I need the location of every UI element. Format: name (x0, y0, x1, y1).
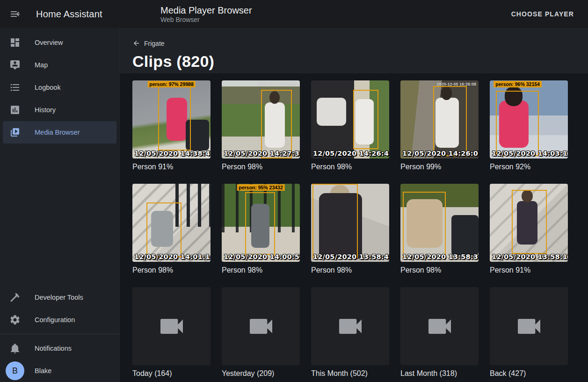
clip-caption: Person 98% (222, 266, 300, 274)
folder-label: Back (427) (490, 369, 568, 378)
bell-icon (9, 343, 21, 354)
sidebar-item-configuration[interactable]: Configuration (3, 309, 116, 331)
clip-caption: Person 98% (311, 162, 389, 171)
detection-bounding-box (261, 90, 292, 159)
sidebar-item-developer-tools[interactable]: Developer Tools (3, 286, 116, 309)
clip-card[interactable]: 12/05/2020 13:58:30 Person 98% (400, 184, 479, 274)
hammer-icon (9, 292, 21, 303)
video-camera-icon (335, 311, 365, 341)
detection-bounding-box (158, 83, 191, 151)
video-camera-icon (157, 311, 187, 341)
clip-card[interactable]: person: 95% 23432 12/05/2020 14:00:52 Pe… (222, 184, 300, 274)
media-browser-icon (9, 127, 21, 138)
sidebar-item-label: Notifications (35, 345, 72, 352)
user-name: Blake (35, 367, 51, 375)
page-header-titleblock: Media Player Browser Web Browser (160, 5, 252, 24)
sidebar-item-label: Media Browser (35, 129, 80, 136)
scene-shape (451, 215, 479, 256)
clip-thumbnail: 12/05/2020 13:58:30 (400, 184, 479, 262)
video-camera-icon (514, 311, 544, 341)
clip-thumbnail: 2020-12-05 16:27:35 12/05/2020 14:27:35 (222, 80, 300, 159)
camera-timestamp: 2020-12-05 16:27:35 (258, 82, 298, 86)
detection-label: person: 97% 29988 (147, 81, 196, 87)
detection-bounding-box (512, 190, 547, 254)
clip-caption: Person 92% (490, 162, 568, 171)
clip-card[interactable]: person: 96% 32154 12/05/2020 14:03:17 Pe… (490, 80, 568, 171)
clip-timestamp: 12/05/2020 14:38:47 (134, 150, 211, 157)
clip-card[interactable]: 12/05/2020 13:58:17 Person 91% (490, 184, 568, 274)
detection-label: person: 95% 23432 (237, 184, 285, 191)
clip-thumbnail: 12/05/2020 13:58:49 (311, 184, 389, 262)
clip-card[interactable]: 12/05/2020 14:26:48 Person 98% (311, 80, 389, 171)
sidebar-item-user-profile[interactable]: B Blake (3, 360, 116, 382)
sidebar-item-label: Overview (35, 39, 63, 46)
detection-bounding-box (245, 192, 275, 255)
arrow-left-icon (132, 39, 140, 47)
gear-icon (9, 314, 21, 325)
menu-open-icon (9, 8, 21, 20)
clip-card[interactable]: person: 97% 29988 12/05/2020 14:38:47 Pe… (132, 80, 211, 171)
sidebar-item-notifications[interactable]: Notifications (3, 337, 116, 360)
sidebar-item-label: Map (35, 61, 48, 69)
clip-card[interactable]: 12/05/2020 13:58:49 Person 98% (311, 184, 389, 274)
scene-shape (317, 98, 346, 126)
clip-thumbnail: person: 96% 32154 12/05/2020 14:03:17 (490, 80, 568, 159)
breadcrumb-label: Frigate (144, 40, 165, 47)
folder-thumbnail (490, 287, 568, 365)
sidebar-item-map[interactable]: Map (3, 54, 116, 76)
clip-timestamp: 12/05/2020 14:01:14 (134, 253, 211, 260)
clip-caption: Person 98% (400, 266, 479, 274)
folder-card-last-month[interactable]: Last Month (318) (400, 287, 479, 378)
folder-card-back[interactable]: Back (427) (490, 287, 568, 378)
detection-bounding-box (312, 184, 358, 259)
page-header-title: Media Player Browser (160, 5, 252, 16)
folder-thumbnail (222, 287, 300, 365)
folder-label: Today (164) (132, 369, 211, 378)
sidebar-item-label: History (35, 106, 56, 114)
folder-card-this-month[interactable]: This Month (502) (311, 287, 389, 378)
clip-timestamp: 12/05/2020 13:58:30 (402, 253, 479, 260)
folder-thumbnail (400, 287, 479, 365)
sidebar-spacer (0, 144, 119, 286)
folder-label: Yesterday (209) (222, 369, 300, 378)
clip-thumbnail: person: 95% 23432 12/05/2020 14:00:52 (222, 184, 300, 262)
sidebar-item-logbook[interactable]: Logbook (3, 76, 116, 99)
clip-card[interactable]: 2020-12-05 16:27:35 12/05/2020 14:27:35 … (222, 80, 300, 171)
sidebar-header: Home Assistant (0, 3, 120, 25)
clip-thumbnail: 12/05/2020 14:26:48 (311, 80, 389, 159)
video-camera-icon (425, 311, 455, 341)
sidebar-item-label: Configuration (35, 316, 75, 324)
clip-timestamp: 12/05/2020 14:00:52 (224, 253, 300, 260)
clip-card[interactable]: 12/05/2020 14:01:14 Person 98% (132, 184, 211, 274)
sidebar-item-media-browser[interactable]: Media Browser (3, 121, 116, 144)
clip-timestamp: 12/05/2020 14:03:17 (492, 150, 568, 157)
clip-card[interactable]: 2020-12-05 16:26:08 12/05/2020 14:26:07 … (400, 80, 479, 171)
history-icon (9, 104, 21, 115)
top-app-bar: Home Assistant Media Player Browser Web … (0, 0, 588, 28)
sidebar-divider (0, 334, 119, 334)
clip-caption: Person 91% (490, 266, 568, 274)
clip-caption: Person 91% (132, 162, 211, 171)
detection-bounding-box (496, 91, 539, 156)
sidebar-item-history[interactable]: History (3, 99, 116, 121)
dashboard-icon (9, 37, 21, 48)
clip-timestamp: 12/05/2020 14:26:48 (313, 150, 389, 157)
folder-thumbnail (311, 287, 389, 365)
choose-player-button[interactable]: CHOOSE PLAYER (508, 7, 578, 22)
clip-thumbnail: 12/05/2020 13:58:17 (490, 184, 568, 262)
clip-timestamp: 12/05/2020 13:58:17 (492, 253, 568, 260)
detection-bounding-box (146, 202, 181, 257)
folder-card-yesterday[interactable]: Yesterday (209) (222, 287, 300, 378)
sidebar: Overview Map Logbook History Media Brows… (0, 28, 120, 382)
breadcrumb-back[interactable]: Frigate (132, 39, 165, 47)
camera-timestamp: 2020-12-05 16:26:08 (436, 82, 476, 86)
logbook-icon (9, 82, 21, 93)
folder-label: Last Month (318) (400, 369, 479, 378)
clip-thumbnail: person: 97% 29988 12/05/2020 14:38:47 (132, 80, 211, 159)
detection-label: person: 96% 32154 (494, 81, 542, 87)
sidebar-item-overview[interactable]: Overview (3, 31, 116, 54)
detection-bounding-box (353, 90, 378, 149)
sidebar-toggle-button[interactable] (4, 3, 26, 25)
clip-caption: Person 98% (132, 266, 211, 274)
folder-card-today[interactable]: Today (164) (132, 287, 211, 378)
